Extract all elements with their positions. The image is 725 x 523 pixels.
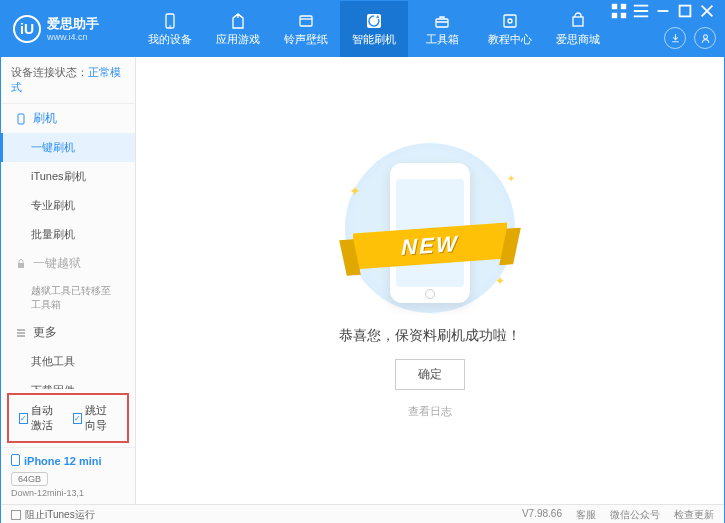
svg-rect-16	[12, 455, 20, 466]
svg-rect-11	[621, 13, 626, 18]
section-flash-header[interactable]: 刷机	[1, 104, 135, 133]
view-log-link[interactable]: 查看日志	[408, 404, 452, 419]
nav-device[interactable]: 我的设备	[136, 1, 204, 57]
version-label: V7.98.66	[522, 508, 562, 522]
download-icon[interactable]	[664, 27, 686, 49]
settings-icon[interactable]	[610, 5, 628, 17]
app-name: 爱思助手	[47, 16, 99, 32]
sidebar-item-flash-2[interactable]: 专业刷机	[1, 191, 135, 220]
svg-rect-15	[18, 263, 24, 268]
svg-rect-14	[18, 114, 24, 124]
nav-wallet[interactable]: 铃声壁纸	[272, 1, 340, 57]
phone-icon	[11, 454, 20, 468]
more-icon	[15, 327, 27, 339]
nav-toolbox[interactable]: 工具箱	[408, 1, 476, 57]
svg-rect-12	[680, 6, 691, 17]
device-info[interactable]: iPhone 12 mini 64GB Down-12mini-13,1	[1, 447, 135, 504]
wechat-link[interactable]: 微信公众号	[610, 508, 660, 522]
device-icon	[15, 113, 27, 125]
jailbreak-note: 越狱工具已转移至 工具箱	[1, 278, 135, 318]
ok-button[interactable]: 确定	[395, 359, 465, 390]
maximize-button[interactable]	[676, 5, 694, 17]
success-illustration: ✦ ✦ ✦ NEW	[335, 143, 525, 313]
svg-point-1	[169, 25, 171, 27]
svg-rect-10	[612, 13, 617, 18]
block-itunes-checkbox[interactable]: 阻止iTunes运行	[11, 508, 95, 522]
apps-icon	[229, 12, 247, 30]
menu-icon[interactable]	[632, 5, 650, 17]
svg-point-13	[703, 34, 707, 38]
connection-status: 设备连接状态：正常模式	[1, 57, 135, 104]
sidebar-item-flash-0[interactable]: 一键刷机	[1, 133, 135, 162]
minimize-button[interactable]	[654, 5, 672, 17]
auto-activate-checkbox[interactable]: ✓自动激活	[19, 403, 63, 433]
sidebar-item-more-0[interactable]: 其他工具	[1, 347, 135, 376]
device-storage: 64GB	[11, 472, 48, 486]
customer-service-link[interactable]: 客服	[576, 508, 596, 522]
cart-icon	[569, 12, 587, 30]
svg-rect-7	[573, 17, 583, 26]
svg-rect-2	[300, 16, 312, 26]
sidebar-item-more-1[interactable]: 下载固件	[1, 376, 135, 389]
svg-rect-4	[436, 19, 448, 27]
user-icon[interactable]	[694, 27, 716, 49]
svg-rect-8	[612, 4, 617, 9]
nav-cart[interactable]: 爱思商城	[544, 1, 612, 57]
app-logo: iU 爱思助手 www.i4.cn	[1, 15, 136, 43]
device-detail: Down-12mini-13,1	[11, 488, 125, 498]
book-icon	[501, 12, 519, 30]
svg-point-6	[508, 19, 512, 23]
sidebar-item-flash-1[interactable]: iTunes刷机	[1, 162, 135, 191]
sidebar-item-flash-3[interactable]: 批量刷机	[1, 220, 135, 249]
svg-rect-9	[621, 4, 626, 9]
nav-apps[interactable]: 应用游戏	[204, 1, 272, 57]
skip-guide-checkbox[interactable]: ✓跳过向导	[73, 403, 117, 433]
section-more-header[interactable]: 更多	[1, 318, 135, 347]
nav-book[interactable]: 教程中心	[476, 1, 544, 57]
logo-icon: iU	[13, 15, 41, 43]
toolbox-icon	[433, 12, 451, 30]
options-row: ✓自动激活 ✓跳过向导	[7, 393, 129, 443]
svg-rect-5	[504, 15, 516, 27]
app-url: www.i4.cn	[47, 32, 99, 42]
lock-icon	[15, 258, 27, 270]
device-icon	[161, 12, 179, 30]
close-button[interactable]	[698, 5, 716, 17]
section-jailbreak-header: 一键越狱	[1, 249, 135, 278]
check-update-link[interactable]: 检查更新	[674, 508, 714, 522]
refresh-icon	[365, 12, 383, 30]
wallet-icon	[297, 12, 315, 30]
success-message: 恭喜您，保资料刷机成功啦！	[339, 327, 521, 345]
nav-refresh[interactable]: 智能刷机	[340, 1, 408, 57]
